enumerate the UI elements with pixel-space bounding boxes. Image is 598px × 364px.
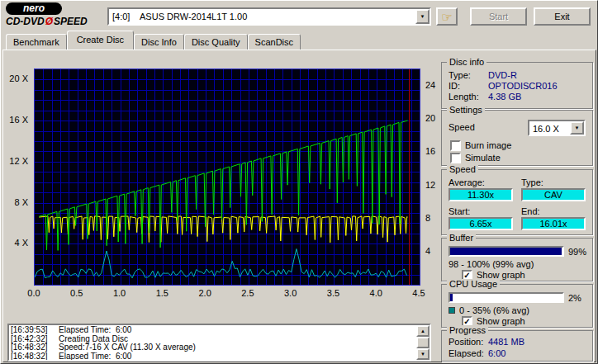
speed-select-label: Speed xyxy=(448,122,475,132)
axis-tick: 8 xyxy=(425,213,430,223)
disc-length-label: Length: xyxy=(448,92,488,102)
axis-tick: 8 X xyxy=(14,197,28,207)
cpu-usage-group: CPU Usage 2% 0 - 35% (6% avg) ✓ Show gra… xyxy=(441,284,593,328)
average-speed-value: 11.30x xyxy=(448,188,513,201)
axis-tick: 16 xyxy=(425,146,435,156)
disc-type-value: DVD-R xyxy=(488,70,517,80)
group-title-speed: Speed xyxy=(447,164,478,174)
simulate-option[interactable]: Simulate xyxy=(450,153,501,163)
hand-icon: ☞ xyxy=(441,11,452,23)
simulate-label: Simulate xyxy=(465,153,501,163)
settings-group: Settings Speed 16.0 X ▼ Burn image Simul… xyxy=(441,110,593,166)
log-box: [16:39:53]Elapsed Time: 6:00 [16:42:32]C… xyxy=(7,324,431,362)
speed-group: Speed Average: Type: 11.30x CAV Start: E… xyxy=(441,169,593,235)
buffer-percent: 99% xyxy=(568,247,586,257)
buffer-range-text: 98 - 100% (99% avg) xyxy=(448,259,534,269)
axis-tick: 2.5 xyxy=(238,288,258,298)
tab-disc-quality[interactable]: Disc Quality xyxy=(184,34,248,50)
speed-type-value: CAV xyxy=(521,188,586,201)
drive-selector-dropdown-button[interactable]: ▼ xyxy=(415,9,430,24)
end-speed-label: End: xyxy=(521,206,540,216)
disc-info-group: Disc info Type:DVD-R ID:OPTODISCR016 Len… xyxy=(441,62,593,109)
position-value: 4481 MB xyxy=(488,337,524,347)
axis-tick: 1.0 xyxy=(110,288,130,298)
axis-tick: 3.5 xyxy=(323,288,343,298)
tab-disc-info[interactable]: Disc Info xyxy=(134,34,184,50)
drive-selector-value: [4:0] ASUS DRW-2014L1T 1.00 xyxy=(112,11,247,22)
scrollbar-thumb[interactable] xyxy=(416,337,430,348)
end-speed-value: 16.01x xyxy=(521,217,586,230)
tab-bar: Benchmark Create Disc Disc Info Disc Qua… xyxy=(6,31,301,50)
speed-select-value: 16.0 X xyxy=(533,123,559,135)
logo-cd-dvd-text: CD-DVD xyxy=(6,16,45,27)
speed-chart-plot xyxy=(34,69,420,286)
disc-icon: Ø xyxy=(45,16,54,27)
chevron-down-icon: ▼ xyxy=(575,125,580,130)
elapsed-label: Elapsed: xyxy=(448,348,488,359)
axis-tick: 12 X xyxy=(9,156,28,166)
log-entry: [16:48:32]Speed:7-16 X CAV (11.30 X aver… xyxy=(11,343,415,352)
disc-length-row: Length:4.38 GB xyxy=(448,92,587,102)
disc-id-value: OPTODISCR016 xyxy=(488,81,558,91)
disc-type-row: Type:DVD-R xyxy=(448,70,587,81)
scroll-down-button[interactable]: ▼ xyxy=(416,348,430,360)
exit-button[interactable]: Exit xyxy=(534,7,591,26)
axis-tick: 0.0 xyxy=(24,288,44,298)
axis-tick: 4.5 xyxy=(409,288,429,298)
axis-tick: 4 X xyxy=(14,238,28,248)
cpu-range-text: 0 - 35% (6% avg) xyxy=(459,305,529,315)
speed-select-dropdown-button[interactable]: ▼ xyxy=(570,121,584,135)
axis-tick: 4 xyxy=(425,246,430,256)
buffer-progress-bar xyxy=(448,246,564,257)
log-message: Speed:7-16 X CAV (11.30 X average) xyxy=(59,343,196,352)
burn-image-label: Burn image xyxy=(465,140,511,151)
right-axis: 2420161284 xyxy=(423,69,439,286)
progress-group: Progress Position:4481 MB Elapsed:6:00 xyxy=(441,330,593,362)
axis-tick: 4.0 xyxy=(366,288,386,298)
speed-chart xyxy=(35,69,420,285)
simulate-checkbox[interactable] xyxy=(450,153,461,163)
start-speed-label: Start: xyxy=(448,206,470,216)
disc-type-label: Type: xyxy=(448,70,488,81)
tab-benchmark[interactable]: Benchmark xyxy=(6,34,67,50)
nero-logo: nero CD-DVDØSPEED xyxy=(6,2,105,28)
log-entry: [16:39:53]Elapsed Time: 6:00 xyxy=(11,326,415,335)
log-message: Elapsed Time: 6:00 xyxy=(59,326,131,335)
axis-tick: 24 xyxy=(425,80,435,90)
x-axis: 0.00.51.01.52.02.53.03.54.04.5 xyxy=(34,288,420,299)
drive-selector[interactable]: [4:0] ASUS DRW-2014L1T 1.00 ▼ xyxy=(107,7,431,26)
tool-button[interactable]: ☞ xyxy=(436,7,458,26)
disc-length-value: 4.38 GB xyxy=(488,92,521,102)
disc-id-row: ID:OPTODISCR016 xyxy=(448,81,587,92)
tab-scandisc[interactable]: ScanDisc xyxy=(248,34,301,50)
burn-image-checkbox[interactable] xyxy=(450,140,461,151)
chevron-down-icon: ▼ xyxy=(420,14,425,19)
buffer-progress-fill xyxy=(450,248,562,255)
scroll-down-icon: ▼ xyxy=(420,352,425,357)
elapsed-row: Elapsed:6:00 xyxy=(448,348,587,359)
start-button[interactable]: Start xyxy=(470,7,527,26)
log-timestamp: [16:48:32] xyxy=(11,352,59,362)
log-scrollbar[interactable]: ▲ ▼ xyxy=(416,325,430,360)
disc-id-label: ID: xyxy=(448,81,488,92)
burn-image-option[interactable]: Burn image xyxy=(450,140,511,151)
speed-type-label: Type: xyxy=(521,177,543,187)
cpu-graph-color-swatch xyxy=(448,307,455,314)
axis-tick: 20 xyxy=(425,113,435,123)
average-speed-label: Average: xyxy=(448,177,485,187)
axis-tick: 1.5 xyxy=(152,288,172,298)
group-title-progress: Progress xyxy=(447,325,488,335)
tab-create-disc[interactable]: Create Disc xyxy=(67,31,134,50)
left-axis: 20 X16 X12 X8 X4 X xyxy=(4,69,31,286)
speed-select[interactable]: 16.0 X ▼ xyxy=(528,120,586,136)
cpu-progress-bar xyxy=(448,292,564,303)
scroll-up-button[interactable]: ▲ xyxy=(416,325,430,337)
start-speed-value: 6.65x xyxy=(448,217,513,230)
nero-logo-text: nero xyxy=(6,2,62,15)
group-title-cpu-usage: CPU Usage xyxy=(447,279,500,289)
axis-tick: 3.0 xyxy=(281,288,301,298)
log-message: Elapsed Time: 6:00 xyxy=(59,352,131,362)
group-title-disc-info: Disc info xyxy=(447,57,486,67)
cpu-percent: 2% xyxy=(568,293,581,303)
logo-speed-text: SPEED xyxy=(54,16,88,27)
